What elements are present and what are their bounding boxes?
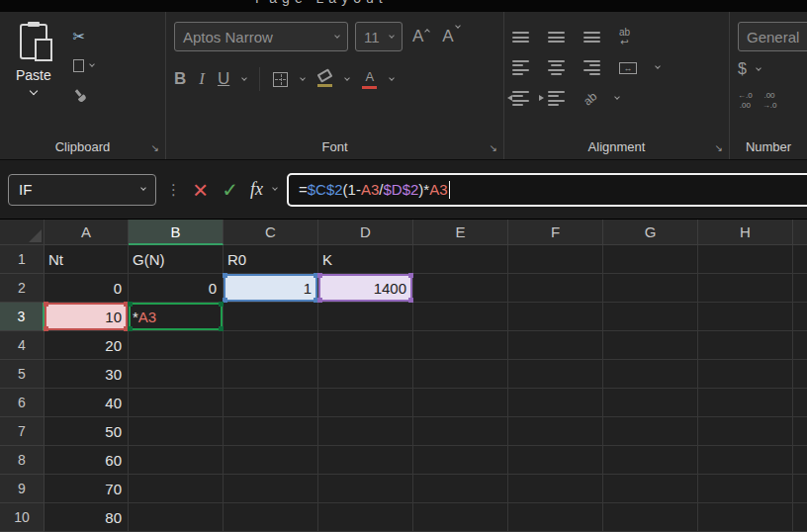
name-box[interactable]: IF [8, 174, 156, 206]
currency-dropdown-chevron-icon[interactable] [756, 65, 762, 71]
cell-A3[interactable]: 10 [45, 303, 129, 331]
column-header-G[interactable]: G [603, 220, 698, 245]
row-header-8[interactable]: 8 [0, 446, 45, 475]
cell-B7[interactable] [129, 417, 224, 446]
name-box-chevron-icon[interactable] [140, 185, 146, 191]
font-dialog-launcher-icon[interactable]: ↘ [490, 142, 497, 153]
cell-F4[interactable] [508, 331, 603, 360]
cell-E5[interactable] [413, 360, 508, 389]
cell-partial-9[interactable] [793, 475, 807, 503]
cell-partial-7[interactable] [793, 417, 807, 446]
cell-B6[interactable] [129, 389, 224, 417]
cell-G8[interactable] [603, 446, 698, 475]
cell-C5[interactable] [224, 360, 318, 389]
column-header-C[interactable]: C [224, 220, 318, 245]
cell-D2[interactable]: 1400 [318, 274, 413, 303]
column-header-B[interactable]: B [129, 220, 224, 245]
formula-bar-resize-dots-icon[interactable]: ⋮ [166, 181, 181, 199]
cell-partial-2[interactable] [793, 274, 807, 303]
clipboard-dialog-launcher-icon[interactable]: ↘ [151, 142, 159, 153]
cell-A5[interactable]: 30 [45, 360, 129, 389]
column-header-D[interactable]: D [318, 220, 413, 245]
cell-A1[interactable]: Nt [45, 245, 129, 274]
cell-F6[interactable] [508, 389, 603, 417]
cell-partial-5[interactable] [793, 360, 807, 389]
cell-D6[interactable] [318, 389, 413, 417]
cell-G2[interactable] [603, 274, 698, 303]
cell-C3[interactable] [224, 303, 318, 331]
selection-handle[interactable] [219, 326, 224, 331]
cell-A6[interactable]: 40 [45, 389, 129, 417]
column-header-H[interactable]: H [698, 220, 793, 245]
font-name-chevron-icon[interactable] [334, 33, 340, 39]
font-color-button[interactable]: A [362, 70, 377, 89]
cell-G5[interactable] [603, 360, 698, 389]
cell-G7[interactable] [603, 417, 698, 446]
cell-G10[interactable] [603, 503, 698, 532]
formula-bar-expand-chevron-icon[interactable] [272, 185, 278, 191]
copy-button[interactable] [73, 57, 94, 74]
cell-F7[interactable] [508, 417, 603, 446]
cell-H6[interactable] [698, 389, 793, 417]
font-color-dropdown-chevron-icon[interactable] [389, 75, 395, 81]
column-header-A[interactable]: A [45, 220, 129, 245]
increase-font-size-button[interactable]: A [409, 27, 432, 46]
borders-icon[interactable] [273, 72, 288, 87]
cell-A4[interactable]: 20 [45, 331, 129, 360]
cell-C9[interactable] [224, 475, 318, 503]
cell-C6[interactable] [224, 389, 318, 417]
cell-B5[interactable] [129, 360, 224, 389]
cell-partial-8[interactable] [793, 446, 807, 475]
cell-partial-3[interactable] [793, 303, 807, 331]
align-top-button[interactable] [512, 32, 529, 43]
cell-G4[interactable] [603, 331, 698, 360]
cell-H10[interactable] [698, 503, 793, 532]
cell-F9[interactable] [508, 475, 603, 503]
cell-E2[interactable] [413, 274, 508, 303]
cell-D1[interactable]: K [318, 245, 413, 274]
bold-button[interactable]: B [174, 69, 186, 89]
cell-E9[interactable] [413, 475, 508, 503]
fill-color-dropdown-chevron-icon[interactable] [344, 75, 350, 81]
paste-dropdown-chevron-icon[interactable] [30, 87, 38, 95]
row-header-2[interactable]: 2 [0, 274, 45, 303]
orientation-chevron-icon[interactable] [615, 94, 621, 100]
cell-H7[interactable] [698, 417, 793, 446]
orientation-button[interactable]: ab [581, 89, 599, 108]
row-header-1[interactable]: 1 [0, 245, 45, 274]
row-header-10[interactable]: 10 [0, 503, 45, 532]
increase-indent-button[interactable] [548, 91, 565, 107]
column-header-partial[interactable] [793, 220, 807, 245]
column-header-E[interactable]: E [413, 220, 508, 245]
cell-H1[interactable] [698, 245, 793, 274]
cell-A8[interactable]: 60 [45, 446, 129, 475]
cell-F2[interactable] [508, 274, 603, 303]
underline-button[interactable]: U [218, 69, 229, 89]
cell-E10[interactable] [413, 503, 508, 532]
insert-function-button[interactable]: fx [250, 179, 263, 200]
cell-B3[interactable]: *A3 [129, 303, 224, 331]
font-size-combobox[interactable]: 11 [355, 22, 403, 51]
cell-H9[interactable] [698, 475, 793, 503]
cell-partial-1[interactable] [793, 245, 807, 274]
cell-G6[interactable] [603, 389, 698, 417]
row-header-6[interactable]: 6 [0, 389, 45, 417]
cell-A2[interactable]: 0 [45, 274, 129, 303]
cell-B2[interactable]: 0 [129, 274, 224, 303]
row-header-5[interactable]: 5 [0, 360, 45, 389]
row-header-9[interactable]: 9 [0, 475, 45, 503]
increase-decimal-button[interactable]: ←.0 .00 [738, 91, 753, 111]
cell-H4[interactable] [698, 331, 793, 360]
cell-H5[interactable] [698, 360, 793, 389]
select-all-corner[interactable] [0, 220, 45, 245]
cancel-button[interactable]: × [191, 177, 210, 203]
cell-D9[interactable] [318, 475, 413, 503]
cell-D3[interactable] [318, 303, 413, 331]
borders-dropdown-chevron-icon[interactable] [300, 75, 306, 81]
selection-handle[interactable] [408, 298, 413, 303]
cell-G9[interactable] [603, 475, 698, 503]
cell-G1[interactable] [603, 245, 698, 274]
wrap-text-button[interactable]: ab ↩ [619, 28, 630, 47]
cell-B9[interactable] [129, 475, 224, 503]
cell-A9[interactable]: 70 [45, 475, 129, 503]
